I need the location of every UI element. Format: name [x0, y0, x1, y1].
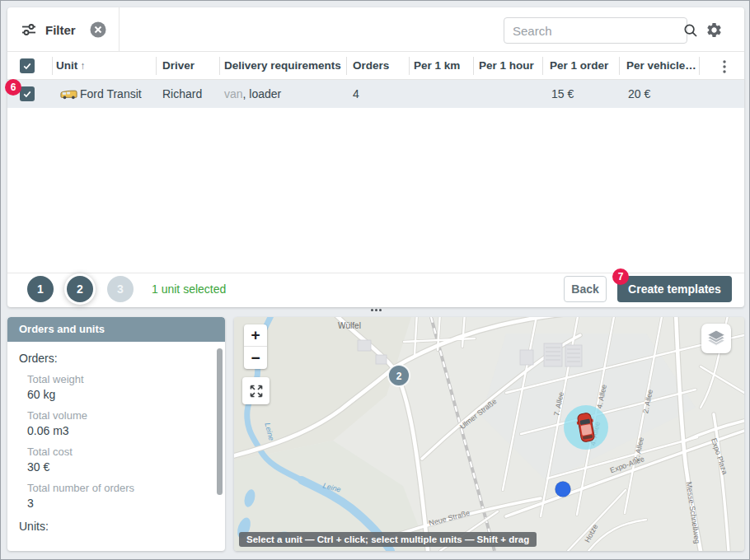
app-window: Filter [0, 0, 750, 560]
search-box [504, 17, 687, 44]
cell-driver: Richard [162, 80, 202, 108]
field-label: Total number of orders [27, 482, 213, 494]
gear-icon [705, 21, 723, 39]
search-input[interactable] [504, 24, 683, 38]
field-value: 30 € [27, 460, 213, 474]
layers-button[interactable] [701, 324, 731, 353]
zoom-in-button[interactable]: + [244, 324, 267, 347]
field-value: 3 [27, 497, 213, 510]
units-table-card: Filter [7, 7, 744, 307]
unit-table-row[interactable]: Ford Transit Richard van, loader 4 15 € … [7, 80, 744, 108]
filter-button[interactable]: Filter [21, 7, 107, 52]
field-label: Total volume [27, 409, 213, 422]
units-heading: Units: [19, 520, 213, 533]
map-canvas[interactable]: Wülfel Ulmer Straße 7. Allee 4. Allee 4.… [234, 317, 744, 551]
cell-per-order: 15 € [551, 80, 574, 108]
panel-title: Orders and units [7, 317, 225, 342]
step-3[interactable]: 3 [107, 276, 134, 302]
expand-arrows-icon [249, 384, 264, 399]
fullscreen-button[interactable] [242, 377, 270, 404]
orders-heading: Orders: [19, 352, 213, 365]
cell-unit-name: Ford Transit [80, 80, 142, 108]
row-checkbox[interactable] [20, 86, 35, 101]
table-header-row: Unit↑ Driver Delivery requirements Order… [7, 52, 744, 80]
field-value: 0.06 m3 [27, 424, 213, 437]
svg-text:2: 2 [396, 371, 402, 382]
check-icon [22, 61, 32, 71]
column-header-orders[interactable]: Orders [353, 52, 389, 80]
order-marker-dot[interactable] [555, 482, 571, 497]
cluster-marker[interactable]: 2 [388, 365, 410, 386]
splitter-handle[interactable] [367, 306, 385, 313]
settings-button[interactable] [704, 20, 724, 40]
van-icon [59, 88, 78, 100]
field-value: 60 kg [27, 388, 213, 401]
map-hint-tooltip: Select a unit — Ctrl + click; select mul… [239, 532, 537, 547]
back-button[interactable]: Back [564, 276, 607, 302]
map-label-town: Wülfel [338, 321, 361, 330]
cell-delivery: van, loader [224, 80, 281, 108]
field-label: Total cost [27, 446, 213, 458]
map-container: Wülfel Ulmer Straße 7. Allee 4. Allee 4.… [234, 317, 744, 551]
column-header-unit[interactable]: Unit↑ [56, 52, 85, 80]
layers-icon [705, 328, 727, 349]
sort-asc-icon: ↑ [80, 60, 85, 72]
panel-body: Orders: Total weight 60 kg Total volume … [7, 342, 225, 543]
cell-orders: 4 [353, 80, 359, 108]
select-all-checkbox[interactable] [20, 58, 35, 73]
column-header-delivery[interactable]: Delivery requirements [224, 52, 341, 80]
search-icon[interactable] [683, 23, 698, 38]
column-header-per-vehicle[interactable]: Per vehicle d… [626, 52, 697, 80]
toolbar-divider [119, 7, 120, 52]
filter-clear-button[interactable] [89, 21, 107, 39]
column-header-per-km[interactable]: Per 1 km [414, 52, 460, 80]
callout-badge-6: 6 [5, 79, 21, 96]
cell-per-vehicle: 20 € [628, 80, 650, 108]
callout-badge-7: 7 [612, 268, 629, 285]
table-toolbar: Filter [7, 7, 744, 52]
check-icon [22, 89, 32, 99]
field-label: Total weight [27, 373, 213, 385]
step-2-current[interactable]: 2 [67, 276, 93, 302]
columns-menu-button[interactable] [716, 58, 733, 75]
close-icon [89, 21, 107, 39]
map-zoom-controls: + − [244, 324, 267, 369]
orders-units-panel: Orders and units Orders: Total weight 60… [7, 317, 225, 551]
panel-scrollbar[interactable] [217, 348, 223, 495]
filter-icon [21, 21, 37, 38]
filter-label: Filter [45, 23, 76, 37]
column-header-driver[interactable]: Driver [162, 52, 195, 80]
step-1[interactable]: 1 [27, 276, 54, 302]
column-header-per-order[interactable]: Per 1 order [550, 52, 608, 80]
create-templates-button[interactable]: Create templates [617, 276, 732, 302]
selection-status: 1 unit selected [152, 276, 226, 302]
column-header-per-hour[interactable]: Per 1 hour [479, 52, 534, 80]
kebab-menu-icon [723, 60, 726, 73]
zoom-out-button[interactable]: − [244, 347, 267, 369]
